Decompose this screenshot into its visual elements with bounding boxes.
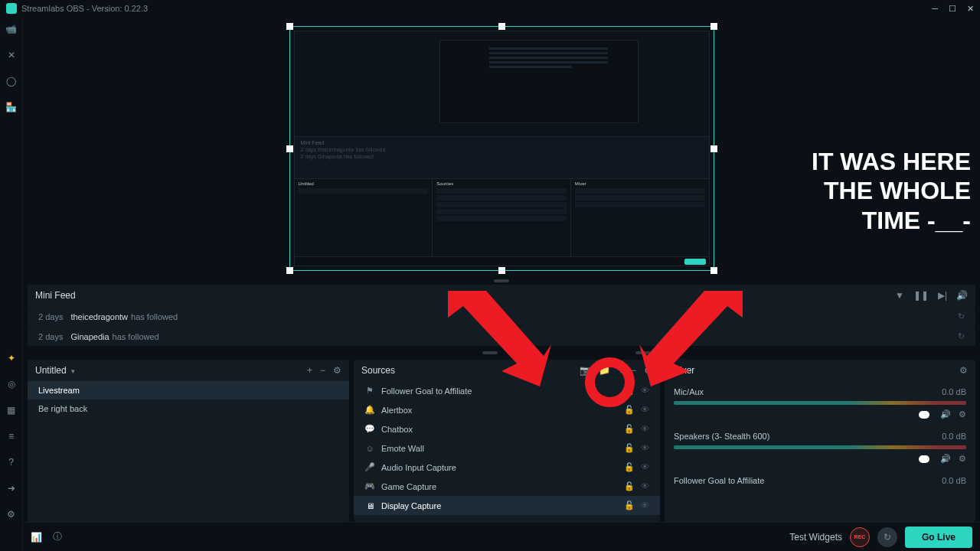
scene-label: Livestream xyxy=(38,386,80,395)
add-scene-button[interactable]: + xyxy=(307,365,312,376)
stats-icon[interactable]: 📊 xyxy=(31,532,42,543)
crossed-tools-icon[interactable]: ✕ xyxy=(5,49,18,61)
resize-handle[interactable] xyxy=(710,145,717,152)
close-button[interactable]: ✕ xyxy=(967,4,974,14)
bars-icon[interactable]: ≡ xyxy=(5,430,18,442)
source-item[interactable]: 🎤Audio Input Capture🔓👁 xyxy=(354,458,660,477)
chat-icon: 💬 xyxy=(364,424,375,434)
skip-icon[interactable]: ▶| xyxy=(938,290,947,301)
mini-feed-title: Mini Feed xyxy=(35,290,76,301)
volume-slider[interactable] xyxy=(919,455,929,463)
pause-icon[interactable]: ❚❚ xyxy=(913,290,929,301)
gamepad-icon: 🎮 xyxy=(364,481,375,491)
mixer-db-value: 0.0 dB xyxy=(942,387,966,396)
feed-action: has followed xyxy=(113,332,159,341)
mixer-item-settings-icon[interactable]: ⚙ xyxy=(959,409,966,419)
resize-handle[interactable] xyxy=(286,267,293,274)
minimize-button[interactable]: ─ xyxy=(932,4,938,14)
mixer-db-value: 0.0 dB xyxy=(942,476,966,485)
resize-handle[interactable] xyxy=(710,23,717,30)
filter-icon[interactable]: ▼ xyxy=(895,290,904,301)
scene-settings-button[interactable]: ⚙ xyxy=(333,365,341,376)
visibility-icon[interactable]: 👁 xyxy=(641,500,649,510)
test-widgets-button[interactable]: Test Widgets xyxy=(789,532,842,543)
mixer-item: Follower Goal to Affiliate0.0 dB xyxy=(665,470,975,491)
grid-icon[interactable]: ▦ xyxy=(5,404,18,416)
mixer-settings-button[interactable]: ⚙ xyxy=(959,365,968,376)
feed-time: 2 days xyxy=(38,332,63,341)
vertical-resize-handle[interactable] xyxy=(494,279,509,282)
visibility-icon[interactable]: 👁 xyxy=(641,405,649,415)
lock-icon[interactable]: 🔓 xyxy=(624,500,635,510)
bottom-bar: 📊 ⓘ Test Widgets REC ↻ Go Live xyxy=(23,522,980,551)
flag-icon: ⚑ xyxy=(364,386,375,396)
store-icon[interactable]: 🏪 xyxy=(5,101,18,113)
star-icon[interactable]: ✦ xyxy=(5,352,18,364)
mixer-item: Speakers (3- Stealth 600)0.0 dB🔊⚙ xyxy=(665,425,975,470)
visibility-icon[interactable]: 👁 xyxy=(641,481,649,491)
resize-handle[interactable] xyxy=(498,267,505,274)
visibility-icon[interactable]: 👁 xyxy=(641,462,649,472)
volume-slider[interactable] xyxy=(919,411,929,419)
help-icon[interactable]: ? xyxy=(5,456,18,468)
record-button[interactable]: REC xyxy=(850,527,870,547)
mixer-source-name: Follower Goal to Affiliate xyxy=(674,476,764,485)
target-icon[interactable]: ◎ xyxy=(5,378,18,390)
source-label: Display Capture xyxy=(381,501,441,510)
lock-icon[interactable]: 🔓 xyxy=(624,462,635,472)
resize-handle[interactable] xyxy=(710,267,717,274)
remove-scene-button[interactable]: − xyxy=(320,365,325,376)
source-item[interactable]: ☺Emote Wall🔓👁 xyxy=(354,439,660,458)
lock-icon[interactable]: 🔓 xyxy=(624,481,635,491)
chevron-down-icon[interactable] xyxy=(71,365,75,376)
window-title: Streamlabs OBS - Version: 0.22.3 xyxy=(21,4,148,13)
volume-meter xyxy=(674,445,966,449)
info-icon[interactable]: ⓘ xyxy=(53,530,62,543)
maximize-button[interactable]: ☐ xyxy=(949,4,956,14)
resize-handle[interactable] xyxy=(286,23,293,30)
volume-icon[interactable]: 🔊 xyxy=(956,290,968,301)
svg-marker-1 xyxy=(639,291,743,386)
refresh-icon[interactable]: ↻ xyxy=(958,311,965,321)
scene-item[interactable]: Livestream xyxy=(28,381,349,399)
preview-area[interactable]: Mini Feed2 days theicedragontw has follo… xyxy=(23,17,980,277)
go-live-button[interactable]: Go Live xyxy=(905,527,972,548)
replay-buffer-button[interactable]: ↻ xyxy=(877,527,897,547)
search-icon[interactable]: ◯ xyxy=(5,75,18,87)
mixer-source-name: Speakers (3- Stealth 600) xyxy=(674,432,769,441)
mute-icon[interactable]: 🔊 xyxy=(940,454,951,464)
login-icon[interactable]: ➜ xyxy=(5,482,18,494)
source-item[interactable]: 🎮Game Capture🔓👁 xyxy=(354,477,660,496)
refresh-icon[interactable]: ↻ xyxy=(958,331,965,341)
scenes-panel: Untitled + − ⚙ LivestreamBe right back xyxy=(28,360,349,522)
svg-marker-0 xyxy=(448,291,551,386)
resize-handle[interactable] xyxy=(498,23,505,30)
source-bounding-box[interactable]: Mini Feed2 days theicedragontw has follo… xyxy=(289,26,714,271)
lock-icon[interactable]: 🔓 xyxy=(624,443,635,453)
mute-icon[interactable]: 🔊 xyxy=(940,409,951,419)
visibility-icon[interactable]: 👁 xyxy=(641,443,649,453)
sources-title: Sources xyxy=(361,365,395,376)
editor-tab-icon[interactable]: 📹 xyxy=(5,23,18,35)
scene-label: Be right back xyxy=(38,404,87,413)
scene-collection-name[interactable]: Untitled xyxy=(35,365,67,376)
feed-time: 2 days xyxy=(38,312,63,321)
settings-icon[interactable]: ⚙ xyxy=(5,508,18,520)
feed-user: theicedragontw xyxy=(70,312,128,321)
volume-meter xyxy=(674,401,966,405)
lock-icon[interactable]: 🔓 xyxy=(624,424,635,434)
visibility-icon[interactable]: 👁 xyxy=(641,424,649,434)
source-item[interactable]: 🖥Display Capture🔓👁 xyxy=(354,496,660,515)
titlebar: Streamlabs OBS - Version: 0.22.3 ─ ☐ ✕ xyxy=(0,0,980,17)
feed-user: Ginapedia xyxy=(70,332,109,341)
display-capture-content: Mini Feed2 days theicedragontw has follo… xyxy=(294,31,710,266)
annotation-arrow-right xyxy=(635,283,758,390)
annotation-circle xyxy=(585,357,635,407)
scene-item[interactable]: Be right back xyxy=(28,399,349,418)
app-icon xyxy=(6,3,17,14)
source-label: Emote Wall xyxy=(381,444,424,453)
resize-handle[interactable] xyxy=(286,145,293,152)
source-item[interactable]: 💬Chatbox🔓👁 xyxy=(354,419,660,439)
lock-icon[interactable]: 🔓 xyxy=(624,405,635,415)
mixer-item-settings-icon[interactable]: ⚙ xyxy=(959,454,966,464)
